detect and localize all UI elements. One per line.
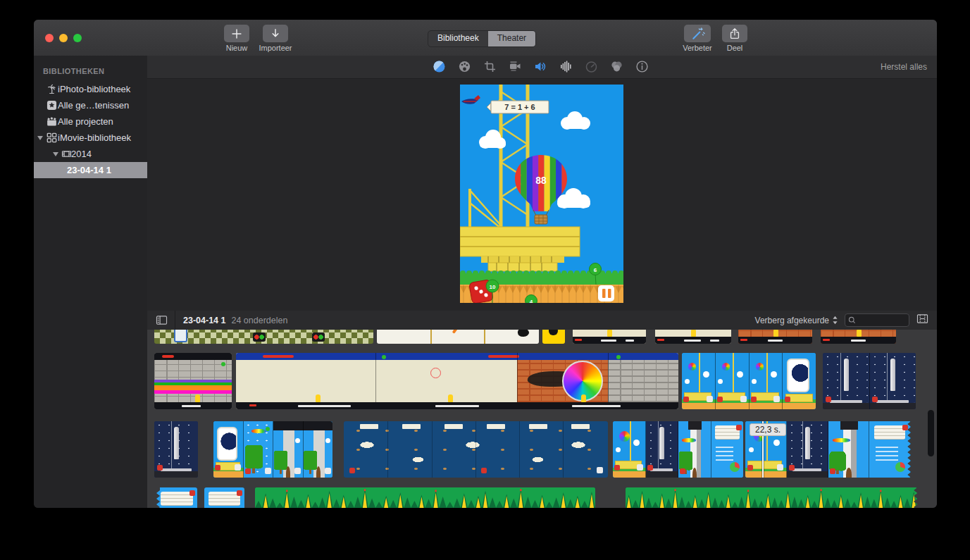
- clip-appearance-button[interactable]: [916, 313, 928, 327]
- filmstrip-grid-icon: [916, 313, 928, 324]
- color-balance-icon[interactable]: [432, 59, 447, 74]
- imovie-window: Nieuw Importeer BibliotheekTheater Verbe…: [34, 20, 937, 508]
- info-icon[interactable]: [635, 59, 649, 74]
- browser-bar: 23-04-14 1 24 onderdelen Verberg afgekeu…: [147, 311, 937, 330]
- pause-button[interactable]: [598, 285, 614, 301]
- thumb-decor: [740, 396, 747, 402]
- thumb-decor: [751, 397, 757, 402]
- video-clip-thumbnail[interactable]: [154, 421, 198, 478]
- thumb-decor: [174, 427, 179, 459]
- close-button[interactable]: [45, 34, 54, 42]
- enhance-button[interactable]: [684, 25, 711, 42]
- reset-all-button[interactable]: Herstel alles: [881, 62, 927, 72]
- filmstrip-row: [147, 353, 937, 409]
- thumb-decor: [823, 403, 869, 409]
- video-clip-thumbnail[interactable]: [255, 487, 595, 508]
- thumb-decor: [157, 465, 163, 471]
- sidebar-toggle-button[interactable]: [156, 315, 168, 325]
- video-clip-thumbnail[interactable]: [626, 487, 917, 508]
- noise-reduction-icon[interactable]: [559, 59, 573, 74]
- new-button[interactable]: [224, 25, 249, 42]
- video-clip-thumbnail[interactable]: [823, 353, 916, 409]
- video-clip-thumbnail[interactable]: [344, 421, 608, 478]
- thumb-decor: [768, 340, 783, 342]
- thumb-decor: [162, 355, 174, 358]
- thumb-decor: [730, 462, 740, 472]
- crop-icon[interactable]: [483, 59, 497, 74]
- search-input[interactable]: [858, 316, 903, 325]
- thumb-decor: [217, 427, 237, 461]
- minimize-button[interactable]: [59, 34, 68, 42]
- thumb-decor: [657, 339, 664, 341]
- video-clip-thumbnail[interactable]: [154, 330, 373, 344]
- video-clip-thumbnail[interactable]: [682, 353, 816, 409]
- video-clip-thumbnail[interactable]: [573, 330, 646, 344]
- video-clip-thumbnail[interactable]: [156, 487, 197, 508]
- plus-icon: [230, 27, 244, 41]
- filmstrip-row: [147, 487, 937, 508]
- sort-chevrons-icon: [832, 315, 838, 325]
- share-button[interactable]: [722, 25, 747, 42]
- scrollbar-thumb[interactable]: [928, 410, 934, 456]
- sidebar-header: BIBLIOTHEKEN: [43, 67, 147, 75]
- search-icon: [848, 316, 856, 324]
- equation-sign: 7 = 1 + 6: [487, 101, 549, 113]
- video-clip-thumbnail[interactable]: [154, 353, 232, 409]
- thumb-decor: [647, 465, 653, 471]
- sidebar-item-alle-projecten[interactable]: Alle projecten: [34, 113, 147, 130]
- thumb-decor: [710, 340, 719, 342]
- library-theater-tabs: BibliotheekTheater: [428, 30, 536, 47]
- thumb-decor: [683, 397, 689, 402]
- thumb-decor: [607, 330, 612, 337]
- color-correction-icon[interactable]: [457, 59, 472, 74]
- video-clip-thumbnail[interactable]: [821, 330, 896, 344]
- stabilization-icon[interactable]: [508, 59, 523, 74]
- thumb-decor: [549, 330, 558, 335]
- sidebar-item-2014[interactable]: 2014: [34, 146, 147, 162]
- video-clip-thumbnail[interactable]: [738, 330, 812, 344]
- thumb-decor: [316, 394, 321, 402]
- video-clip-thumbnail[interactable]: [204, 487, 244, 508]
- thumb-decor: [435, 405, 480, 407]
- zoom-button[interactable]: [73, 34, 82, 42]
- filter-dropdown[interactable]: Verberg afgekeurde: [755, 315, 838, 325]
- search-field[interactable]: [845, 313, 909, 327]
- thumb-frame: [787, 421, 828, 478]
- tab-theater[interactable]: Theater: [488, 31, 535, 46]
- import-button[interactable]: [263, 25, 288, 42]
- tab-bibliotheek[interactable]: Bibliotheek: [428, 31, 488, 46]
- thumb-decor: [325, 468, 331, 474]
- thumb-decor: [312, 332, 325, 342]
- thumb-decor: [581, 394, 586, 402]
- video-preview[interactable]: 7 = 1 + 6 88: [460, 85, 623, 303]
- thumb-decor: [263, 355, 294, 358]
- thumb-decor: [785, 397, 790, 402]
- titlebar: Nieuw Importeer BibliotheekTheater Verbe…: [34, 20, 937, 56]
- sidebar-item-iphoto-bibliotheek[interactable]: iPhoto-bibliotheek: [34, 81, 147, 97]
- sidebar-item-alle-ge-tenissen[interactable]: Alle ge…tenissen: [34, 97, 147, 113]
- speed-icon[interactable]: [584, 59, 599, 74]
- video-clip-thumbnail[interactable]: [377, 330, 539, 344]
- thumb-decor: [251, 429, 266, 433]
- video-clip-thumbnail[interactable]: [542, 330, 565, 344]
- sidebar-item-imovie-bibliotheek[interactable]: iMovie-bibliotheek: [34, 130, 147, 146]
- video-clip-thumbnail[interactable]: [655, 330, 731, 344]
- video-clip-thumbnail[interactable]: [236, 353, 678, 409]
- thumb-decor: [488, 355, 519, 358]
- sidebar-item-23-04-14-1[interactable]: 23-04-14 1: [34, 162, 147, 178]
- volume-icon[interactable]: [533, 59, 548, 74]
- disclosure-triangle-icon[interactable]: [53, 152, 58, 156]
- palm-icon: [46, 84, 58, 95]
- thumb-decor: [717, 397, 723, 402]
- disclosure-triangle-icon[interactable]: [37, 136, 43, 140]
- thumb-decor: [756, 363, 764, 371]
- thumb-decor: [777, 464, 783, 471]
- video-clip-thumbnail[interactable]: 22,3 s.: [745, 421, 911, 478]
- thumb-decor: [619, 431, 630, 442]
- thumb-decor: [316, 466, 321, 478]
- clip-filter-icon[interactable]: [609, 59, 624, 74]
- thumb-decor: [902, 425, 908, 430]
- video-clip-thumbnail[interactable]: [213, 421, 332, 478]
- svg-text:88: 88: [535, 175, 547, 186]
- video-clip-thumbnail[interactable]: [613, 421, 743, 478]
